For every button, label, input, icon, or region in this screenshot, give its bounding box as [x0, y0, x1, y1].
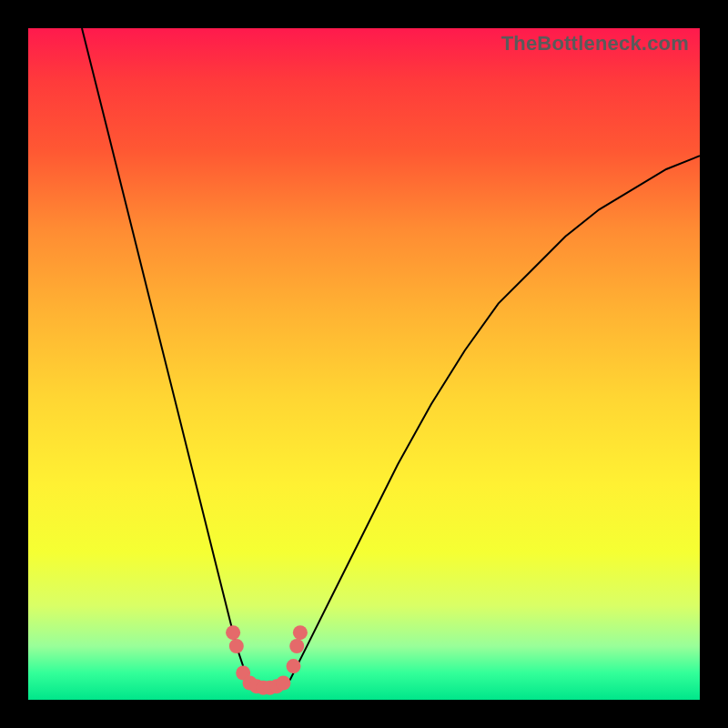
dip-marker-dot	[226, 625, 240, 640]
dip-markers-group	[226, 625, 308, 695]
dip-marker-dot	[289, 639, 304, 653]
chart-svg	[28, 28, 700, 700]
dip-marker-dot	[287, 659, 301, 673]
plot-area: TheBottleneck.com	[28, 28, 700, 700]
chart-frame: TheBottleneck.com	[0, 0, 728, 728]
dip-marker-dot	[229, 639, 244, 653]
dip-marker-dot	[293, 625, 308, 640]
dip-marker-dot	[276, 676, 290, 691]
bottleneck-curve	[82, 28, 700, 693]
